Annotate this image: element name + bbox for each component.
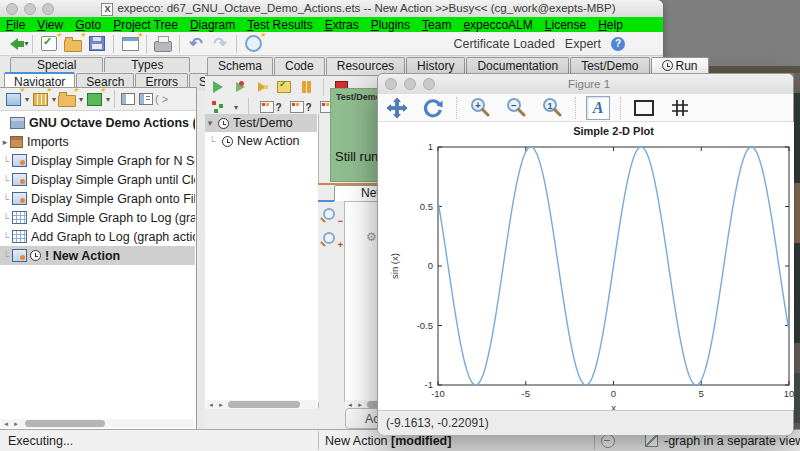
tree-item-new-action[interactable]: └! New Action [0,246,195,265]
wallpaper-block [794,373,800,423]
help-icon[interactable]: ? [611,37,625,51]
open-project-button[interactable]: ★ [61,34,85,54]
tab-special[interactable]: Special [10,57,103,72]
pane-list-icon [139,93,153,105]
tree-item-add-simple-graph-to-log-grap[interactable]: └Add Simple Graph to Log (grap [0,208,195,227]
zoom-in-tool-button[interactable]: + [467,96,493,120]
menu-plugins[interactable]: Plugins [365,18,416,32]
tree-item-display-simple-graph-for-n-se[interactable]: └Display Simple Graph for N Se [0,151,195,170]
clock-icon [662,60,673,71]
tree-connector: └ [0,175,12,185]
scroll-thumb[interactable] [25,420,105,427]
collapse-glyph[interactable]: ( > [155,93,168,105]
pause-button[interactable] [297,77,315,97]
pan-tool-button[interactable] [384,96,410,120]
tree-item-test-demo[interactable]: ▾Test/Demo [205,114,317,132]
menu-bar: FileViewGotoProject TreeDiagramTest Resu… [0,17,663,32]
redo-button[interactable]: ↷ [208,34,232,54]
reload-settings-button[interactable]: ★ [241,34,265,54]
new-action-button[interactable]: ★ [2,89,24,109]
chevron-down-icon[interactable]: ▾ [106,95,110,104]
tree-item-gnu-octave-demo-actions-d6[interactable]: GNU Octave Demo Actions (d6 [0,113,195,132]
tab-code[interactable]: Code [274,57,325,75]
zoom-in-magnifier-button[interactable]: + [323,232,341,248]
run-checked-button[interactable] [275,77,293,97]
zoom-out-magnifier-button[interactable]: − [323,208,341,224]
menu-file[interactable]: File [0,18,31,32]
scroll-thumb[interactable] [228,401,300,408]
octave-figure-window: Figure 1 + − 1 A [377,73,794,435]
menu-test-results[interactable]: Test Results [241,18,318,32]
rotate-tool-button[interactable] [420,96,446,120]
menu-view[interactable]: View [31,18,69,32]
tree-item-add-graph-to-log-graph-action[interactable]: └Add Graph to Log (graph action [0,227,195,246]
tree-expander-icon[interactable]: ▸ [0,137,10,147]
pane-list-view-button[interactable] [137,89,155,109]
print-button[interactable] [151,34,175,54]
chevron-down-icon[interactable]: ▾ [234,103,238,112]
menu-diagram[interactable]: Diagram [184,18,241,32]
step-into-button[interactable] [253,77,271,97]
gear-icon[interactable]: ⚙ [366,230,377,244]
zoom-original-tool-button[interactable]: 1 [539,96,565,120]
menu-license[interactable]: License [539,18,592,32]
window-maximize-button[interactable] [42,3,54,15]
scroll-right-arrow[interactable]: ▸ [216,401,226,409]
menu-help[interactable]: Help [592,18,629,32]
new-test-item-button[interactable]: ★ [37,34,61,54]
window-maximize-button[interactable] [423,78,435,90]
plot-area[interactable]: Simple 2-D Plot-10-50510-1-0.500.51xsin … [378,122,794,410]
window-close-button[interactable] [6,3,18,15]
run-button[interactable] [209,77,227,97]
menu-expeccoalm[interactable]: expeccoALM [457,18,538,32]
scroll-track[interactable] [21,420,194,427]
tree-item-new-action[interactable]: └New Action [205,132,317,150]
zoom-out-tool-button[interactable]: − [503,96,529,120]
y-axis-label: sin (x) [389,253,400,279]
new-green-item-button[interactable]: ★ [83,89,105,109]
scroll-left-arrow[interactable]: ◂ [1,420,11,428]
rectangle-icon [634,100,654,116]
navigator-hscrollbar[interactable]: ◂▸ [1,419,194,428]
undo-button[interactable]: ↶ [184,34,208,54]
menu-project-tree[interactable]: Project Tree [107,18,184,32]
debug-play-icon [236,82,245,92]
menu-goto[interactable]: Goto [69,18,107,32]
window-minimize-button[interactable] [24,3,36,15]
zoom-rect-tool-button[interactable] [631,96,657,120]
window-close-button[interactable] [385,78,397,90]
hint-text: -graph in a separate view. O [664,434,800,448]
step-icon [258,82,266,92]
splitter-knob[interactable] [601,434,615,448]
tab-schema[interactable]: Schema [207,57,273,75]
toolbar-separator [114,90,115,108]
run-tree-hscrollbar[interactable]: ◂▸ [206,400,317,409]
svg-text:1: 1 [547,100,552,110]
new-window-button[interactable]: ★ [118,34,142,54]
tree-item-label: Imports [27,135,69,149]
new-list-button[interactable]: ★ [29,89,51,109]
debug-run-button[interactable] [231,77,249,97]
menu-team[interactable]: Team [416,18,457,32]
scroll-left-arrow[interactable]: ◂ [206,401,216,409]
figure-status-bar: (-9.1613, -0.22091) [378,410,793,435]
pane-view-button[interactable] [119,89,137,109]
window-minimize-button[interactable] [404,78,416,90]
new-folder-button[interactable]: ★ [56,89,78,109]
tree-expander-icon[interactable]: ▾ [205,118,215,128]
insert-text-tool-button[interactable]: A [586,96,610,120]
save-project-button[interactable] [85,34,109,54]
tree-item-display-simple-graph-until-clo[interactable]: └Display Simple Graph until Clo [0,170,195,189]
menu-extras[interactable]: Extras [319,18,365,32]
grid-toggle-button[interactable] [667,96,693,120]
tree-item-imports[interactable]: ▸Imports [0,132,195,151]
magnifier-plus-icon [323,232,335,244]
scroll-right-arrow[interactable]: ▸ [11,420,21,428]
tree-item-display-simple-graph-onto-file[interactable]: └Display Simple Graph onto File [0,189,195,208]
back-history-button[interactable]: ▾ [4,34,28,54]
scroll-track[interactable] [226,401,317,408]
desktop-wallpaper-edge [794,73,800,435]
sine-plot-svg: Simple 2-D Plot-10-50510-1-0.500.51xsin … [378,122,794,410]
tab-types[interactable]: Types [104,57,190,72]
tree-connector: └ [0,194,12,204]
